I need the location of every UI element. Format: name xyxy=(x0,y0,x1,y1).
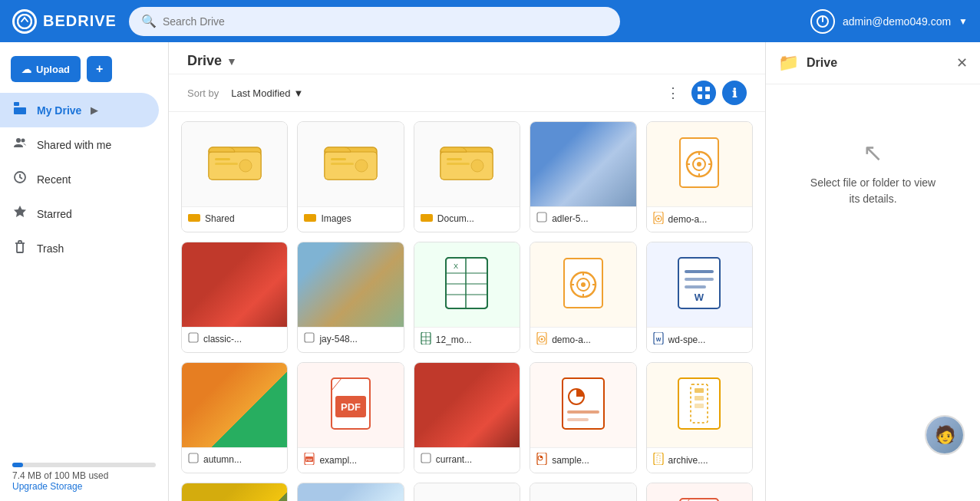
svg-rect-93 xyxy=(695,404,704,408)
svg-rect-82 xyxy=(421,453,431,463)
user-menu-chevron[interactable]: ▼ xyxy=(959,16,968,27)
info-button[interactable]: ℹ xyxy=(722,81,747,105)
svg-rect-16 xyxy=(215,163,238,165)
svg-point-67 xyxy=(541,338,543,341)
new-folder-button[interactable]: + xyxy=(87,56,112,82)
recent-label: Recent xyxy=(37,173,71,186)
file-name: demo-a... xyxy=(552,335,629,345)
file-card[interactable]: demo-a... xyxy=(530,242,636,353)
right-panel: 📁 Drive ✕ ↖ Select file or folder to vie… xyxy=(765,42,980,501)
content-area: Drive ▼ Sort by Last Modified ▼ ⋮ ℹ xyxy=(169,42,765,501)
file-card[interactable]: X 12_mo... xyxy=(414,242,520,353)
panel-close-button[interactable]: ✕ xyxy=(956,56,968,70)
sort-value: Last Modified xyxy=(231,87,290,99)
svg-rect-31 xyxy=(537,213,546,222)
svg-text:PDF: PDF xyxy=(306,458,313,462)
svg-rect-87 xyxy=(537,453,546,465)
file-name-bar: PDFexampl... xyxy=(298,447,403,473)
svg-point-60 xyxy=(581,282,586,287)
content-header: Drive ▼ xyxy=(169,42,765,74)
file-name-bar: Shared xyxy=(182,206,287,230)
file-type-icon xyxy=(536,453,547,468)
svg-rect-12 xyxy=(705,94,710,99)
file-card[interactable]: sample... xyxy=(530,362,636,473)
file-card[interactable]: Docum... xyxy=(414,121,520,232)
file-name: exampl... xyxy=(319,455,397,466)
file-name-bar: archive.... xyxy=(647,447,752,473)
pdf-icon: PDF xyxy=(676,497,722,501)
more-options-button[interactable]: ⋮ xyxy=(661,81,685,105)
file-card[interactable]: Images xyxy=(297,121,404,232)
my-drive-expand[interactable]: ▶ xyxy=(91,105,97,116)
storage-used-label: 7.4 MB of 100 MB used xyxy=(12,470,108,481)
file-type-icon xyxy=(421,212,433,226)
svg-point-17 xyxy=(239,160,252,172)
file-card[interactable]: adler-5... xyxy=(530,121,636,232)
file-card[interactable]: archive.... xyxy=(646,362,753,473)
svg-rect-10 xyxy=(705,87,710,91)
file-card[interactable]: ... xyxy=(181,483,288,501)
sort-chevron: ▼ xyxy=(294,87,304,99)
file-type-icon xyxy=(653,453,664,468)
file-name: 12_mo... xyxy=(436,335,513,345)
svg-rect-15 xyxy=(215,158,230,160)
svg-point-5 xyxy=(16,138,21,143)
sidebar-item-recent[interactable]: Recent xyxy=(0,162,159,196)
sidebar: ☁ Upload + My Drive ▶ xyxy=(0,42,169,501)
logo-icon xyxy=(12,9,37,34)
grid-container: Shared Images Docum...adler-5... demo-a.… xyxy=(181,121,753,501)
user-avatar-img: 🧑 xyxy=(926,417,963,453)
svg-text:X: X xyxy=(454,262,458,270)
sidebar-item-starred[interactable]: Starred xyxy=(0,196,159,231)
file-card[interactable]: demo-a... xyxy=(646,121,753,232)
audio-icon xyxy=(560,257,606,312)
file-name: wd-spe... xyxy=(668,335,746,345)
sort-button[interactable]: Last Modified ▼ xyxy=(225,84,309,102)
file-card[interactable]: ... xyxy=(414,483,520,501)
file-name: demo-a... xyxy=(668,214,746,225)
file-type-icon xyxy=(653,212,664,227)
svg-point-23 xyxy=(355,160,368,172)
upload-button[interactable]: ☁ Upload xyxy=(11,56,81,82)
svg-rect-85 xyxy=(567,410,599,414)
audio-icon xyxy=(676,137,722,192)
file-name-bar: sample... xyxy=(530,447,635,473)
file-type-icon xyxy=(188,212,200,226)
svg-rect-11 xyxy=(698,94,702,99)
file-card[interactable]: ... xyxy=(530,483,636,501)
file-card[interactable]: classic-... xyxy=(181,242,288,353)
upgrade-storage-link[interactable]: Upgrade Storage xyxy=(12,481,82,492)
file-card[interactable]: ... xyxy=(297,483,404,501)
svg-rect-83 xyxy=(563,378,604,429)
drive-title-chevron[interactable]: ▼ xyxy=(226,55,237,68)
file-card[interactable]: PDF PDFexampl... xyxy=(297,362,404,473)
search-input[interactable] xyxy=(163,15,608,28)
svg-rect-71 xyxy=(685,285,706,288)
file-type-icon xyxy=(421,332,431,348)
folder-icon xyxy=(323,137,378,193)
file-name: Docum... xyxy=(437,213,513,224)
svg-rect-43 xyxy=(189,333,198,342)
file-type-icon xyxy=(188,453,199,466)
file-card[interactable]: Shared xyxy=(181,121,288,232)
sidebar-item-my-drive[interactable]: My Drive ▶ xyxy=(0,93,159,127)
sidebar-item-shared-with-me[interactable]: Shared with me xyxy=(0,127,159,162)
file-card[interactable]: currant... xyxy=(414,362,520,473)
xlsx-icon: X xyxy=(443,256,490,313)
starred-label: Starred xyxy=(37,208,72,220)
file-card[interactable]: PDF PDF... xyxy=(646,483,753,501)
file-type-icon xyxy=(536,332,547,348)
file-card[interactable]: autumn... xyxy=(181,362,288,473)
storage-bar-bg xyxy=(12,463,156,467)
my-drive-icon xyxy=(12,101,28,120)
topbar-right: admin@demo049.com ▼ xyxy=(810,9,968,34)
grid-view-button[interactable] xyxy=(691,81,716,105)
panel-folder-icon: 📁 xyxy=(778,53,799,73)
sidebar-item-trash[interactable]: Trash xyxy=(0,231,159,265)
file-card[interactable]: jay-548... xyxy=(297,242,404,353)
file-type-icon xyxy=(304,332,315,346)
search-bar: 🔍 xyxy=(129,7,620,36)
power-icon[interactable] xyxy=(810,9,835,34)
files-grid: Shared Images Docum...adler-5... demo-a.… xyxy=(169,112,765,501)
file-card[interactable]: W Wwd-spe... xyxy=(646,242,753,353)
